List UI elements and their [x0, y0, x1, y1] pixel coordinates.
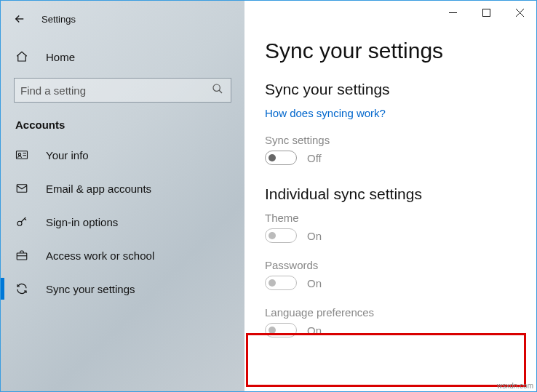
page-title: Sync your settings [265, 39, 536, 63]
maximize-icon [482, 9, 490, 17]
sidebar-item-label: Your info [46, 149, 89, 161]
svg-point-4 [17, 221, 22, 225]
window-controls [436, 1, 536, 24]
sidebar-home[interactable]: Home [1, 44, 244, 69]
email-icon [15, 182, 31, 195]
help-link[interactable]: How does syncing work? [265, 107, 386, 119]
close-icon [516, 9, 524, 17]
sidebar-item-signin[interactable]: Sign-in options [1, 205, 244, 239]
maximize-button[interactable] [469, 1, 503, 24]
sync-icon [15, 282, 31, 295]
setting-label: Language preferences [265, 306, 536, 319]
search-icon [212, 83, 223, 97]
minimize-button[interactable] [436, 1, 469, 24]
search-container [14, 78, 231, 103]
search-input[interactable] [20, 84, 225, 97]
svg-point-0 [213, 84, 220, 91]
toggle-state: On [307, 230, 322, 242]
setting-sync: Sync settings Off [265, 134, 536, 165]
sidebar-item-label: Sign-in options [46, 216, 118, 228]
svg-rect-3 [17, 185, 27, 193]
titlebar: Settings [1, 7, 244, 31]
home-label: Home [46, 51, 75, 63]
setting-label: Sync settings [265, 134, 536, 146]
key-icon [15, 215, 31, 228]
svg-rect-6 [482, 9, 490, 16]
sidebar-item-label: Email & app accounts [46, 183, 151, 195]
search-box[interactable] [14, 78, 231, 103]
sidebar-section-title: Accounts [15, 119, 244, 131]
toggle-passwords[interactable] [265, 276, 297, 290]
back-button[interactable] [8, 7, 31, 31]
sidebar-item-email[interactable]: Email & app accounts [1, 172, 244, 205]
setting-passwords: Passwords On [265, 259, 536, 290]
sidebar-item-label: Access work or school [46, 249, 154, 262]
setting-theme: Theme On [265, 212, 536, 243]
toggle-language[interactable] [265, 323, 297, 337]
section-heading-sync: Sync your settings [265, 81, 536, 98]
settings-window: Settings Home Accounts Your info [0, 0, 537, 392]
svg-point-2 [18, 153, 20, 156]
home-icon [15, 50, 31, 63]
watermark: wsxdn.com [497, 382, 533, 390]
toggle-state: Off [307, 152, 322, 164]
sidebar-item-work-school[interactable]: Access work or school [1, 239, 244, 272]
section-heading-individual: Individual sync settings [265, 185, 536, 203]
minimize-icon [449, 9, 457, 17]
sidebar: Settings Home Accounts Your info [1, 1, 244, 391]
setting-language: Language preferences On [265, 306, 536, 337]
setting-label: Theme [265, 212, 536, 224]
sidebar-nav: Your info Email & app accounts Sign-in o… [1, 138, 244, 305]
highlight-rectangle [246, 333, 526, 387]
svg-rect-5 [17, 253, 27, 260]
user-card-icon [15, 148, 31, 161]
toggle-theme[interactable] [265, 228, 297, 243]
toggle-state: On [307, 277, 322, 289]
back-arrow-icon [13, 12, 26, 25]
content-pane: Sync your settings Sync your settings Ho… [244, 1, 536, 391]
window-title: Settings [41, 14, 76, 25]
sidebar-item-your-info[interactable]: Your info [1, 138, 244, 172]
briefcase-icon [15, 249, 31, 262]
sidebar-item-sync[interactable]: Sync your settings [1, 272, 244, 305]
setting-label: Passwords [265, 259, 536, 271]
toggle-state: On [307, 324, 322, 337]
toggle-sync-settings[interactable] [265, 151, 297, 165]
close-button[interactable] [503, 1, 536, 24]
sidebar-item-label: Sync your settings [46, 283, 135, 295]
